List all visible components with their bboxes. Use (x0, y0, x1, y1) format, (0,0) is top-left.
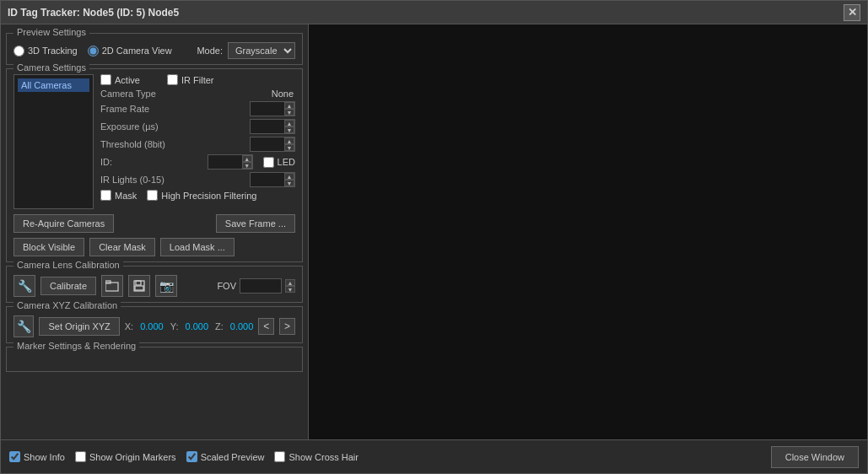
threshold-up[interactable]: ▲ (284, 137, 294, 144)
mode-select[interactable]: Grayscale Color Infrared (228, 42, 295, 59)
camera-type-row: Camera Type None (100, 89, 295, 99)
mask-hpf-row: Mask High Precision Filtering (100, 190, 295, 201)
exposure-arrows: ▲ ▼ (284, 120, 294, 133)
id-input[interactable]: 10 (208, 156, 242, 168)
camera-btn-row-2: Block Visible Clear Mask Load Mask ... (13, 238, 295, 256)
show-cross-hair-label: Show Cross Hair (288, 452, 359, 462)
lens-save-button[interactable] (128, 275, 150, 297)
threshold-spinbox[interactable]: 255 ▲ ▼ (250, 137, 295, 152)
exposure-spinbox[interactable]: 10 ▲ ▼ (250, 119, 295, 134)
fov-down[interactable]: ▼ (285, 286, 295, 293)
close-window-button[interactable]: Close Window (771, 446, 859, 468)
mask-label: Mask (115, 191, 137, 201)
active-checkbox[interactable] (100, 74, 111, 85)
ir-lights-input[interactable]: 0 (251, 174, 284, 186)
camera-settings-inner: All Cameras Active IR Filter (13, 74, 295, 209)
lens-camera-button[interactable]: 📷 (155, 275, 177, 297)
lens-calibration-label: Camera Lens Calibration (13, 260, 123, 270)
show-info-checkbox[interactable] (9, 451, 20, 462)
id-spinbox[interactable]: 10 ▲ ▼ (208, 154, 253, 170)
clear-mask-button[interactable]: Clear Mask (89, 238, 155, 256)
hpf-checkbox-label[interactable]: High Precision Filtering (147, 190, 256, 201)
load-mask-button[interactable]: Load Mask ... (160, 238, 235, 256)
id-up[interactable]: ▲ (242, 155, 252, 162)
lens-wrench-button[interactable]: 🔧 (13, 275, 35, 297)
camera-list-item-all[interactable]: All Cameras (18, 78, 89, 92)
xyz-coords: X: 0.000 Y: 0.000 Z: 0.000 (125, 321, 254, 331)
radio-3d-label: 3D Tracking (28, 46, 78, 56)
exposure-label: Exposure (µs) (100, 121, 185, 132)
xyz-wrench-button[interactable]: 🔧 (13, 315, 34, 337)
show-cross-hair-checkbox[interactable] (274, 451, 285, 462)
window-close-button[interactable]: ✕ (844, 4, 860, 21)
led-checkbox[interactable] (263, 157, 274, 168)
fov-up[interactable]: ▲ (285, 279, 295, 286)
xyz-prev-button[interactable]: < (258, 318, 274, 335)
threshold-down[interactable]: ▼ (284, 144, 294, 151)
svg-rect-4 (135, 286, 143, 290)
irfilter-checkbox[interactable] (167, 74, 178, 85)
frame-rate-row: Frame Rate 10 ▲ ▼ (100, 101, 295, 116)
frame-rate-input[interactable]: 10 (251, 103, 284, 115)
xyz-next-button[interactable]: > (279, 318, 295, 335)
ir-lights-row: IR Lights (0-15) 0 ▲ ▼ (100, 172, 295, 187)
show-origin-markers-label: Show Origin Markers (89, 452, 176, 462)
save-frame-button[interactable]: Save Frame ... (216, 214, 295, 233)
frame-rate-down[interactable]: ▼ (284, 109, 294, 116)
mask-checkbox-label[interactable]: Mask (100, 190, 137, 201)
ir-lights-spinbox[interactable]: 0 ▲ ▼ (250, 172, 295, 187)
set-origin-xyz-button[interactable]: Set Origin XYZ (39, 317, 119, 336)
hpf-checkbox[interactable] (147, 190, 158, 201)
threshold-arrows: ▲ ▼ (284, 137, 294, 151)
mask-checkbox[interactable] (100, 190, 111, 201)
scaled-preview-label: Scaled Preview (201, 452, 265, 462)
active-irfilter-row: Active IR Filter (100, 74, 295, 85)
mode-group: Mode: Grayscale Color Infrared (197, 42, 295, 59)
id-down[interactable]: ▼ (242, 162, 252, 169)
window-title: ID Tag Tracker: Node5 (ID: 5) Node5 (8, 7, 179, 19)
ir-lights-down[interactable]: ▼ (284, 180, 294, 186)
show-origin-markers-checkbox[interactable] (75, 451, 86, 462)
radio-2d-camera[interactable]: 2D Camera View (88, 46, 172, 57)
left-panel: Preview Settings 3D Tracking 2D Camera V… (1, 24, 309, 439)
preview-mode-group: 3D Tracking 2D Camera View Mode: Graysca… (13, 42, 295, 59)
camera-props: Active IR Filter Camera Type None (100, 74, 295, 209)
fov-arrows: ▲ ▼ (285, 279, 295, 293)
show-info-check-label[interactable]: Show Info (9, 451, 65, 462)
exposure-input[interactable]: 10 (251, 121, 284, 132)
camera-btn-row-1: Re-Aquire Cameras Save Frame ... (13, 214, 295, 233)
show-origin-markers-check-label[interactable]: Show Origin Markers (75, 451, 176, 462)
ir-lights-up[interactable]: ▲ (284, 173, 294, 180)
marker-settings-group: Marker Settings & Rendering (6, 347, 303, 372)
frame-rate-arrows: ▲ ▼ (284, 102, 294, 116)
threshold-input[interactable]: 255 (251, 138, 284, 150)
id-row: ID: 10 ▲ ▼ LED (100, 154, 295, 170)
irfilter-checkbox-label[interactable]: IR Filter (167, 74, 214, 85)
radio-2d-label: 2D Camera View (102, 46, 172, 56)
block-visible-button[interactable]: Block Visible (13, 238, 84, 256)
frame-rate-spinbox[interactable]: 10 ▲ ▼ (250, 101, 295, 116)
active-checkbox-label[interactable]: Active (100, 74, 140, 85)
led-checkbox-label[interactable]: LED (263, 157, 295, 168)
calibrate-button[interactable]: Calibrate (40, 277, 96, 295)
scaled-preview-check-label[interactable]: Scaled Preview (186, 451, 265, 462)
main-content: Preview Settings 3D Tracking 2D Camera V… (1, 24, 867, 439)
preview-settings-group: Preview Settings 3D Tracking 2D Camera V… (6, 33, 303, 65)
radio-3d-input[interactable] (13, 46, 24, 57)
lens-inner: 🔧 Calibrate 📷 FOV 10.00 ▲ ▼ (13, 275, 295, 297)
xyz-inner: 🔧 Set Origin XYZ X: 0.000 Y: 0.000 Z: 0.… (13, 315, 295, 337)
fov-input[interactable]: 10.00 (240, 278, 282, 294)
exposure-up[interactable]: ▲ (284, 120, 294, 127)
threshold-label: Threshold (8bit) (100, 139, 185, 149)
id-label: ID: (100, 157, 185, 167)
exposure-down[interactable]: ▼ (284, 127, 294, 133)
scaled-preview-checkbox[interactable] (186, 451, 197, 462)
camera-list[interactable]: All Cameras (13, 74, 94, 209)
lens-folder-button[interactable] (101, 275, 123, 297)
show-cross-hair-check-label[interactable]: Show Cross Hair (274, 451, 359, 462)
reacquire-cameras-button[interactable]: Re-Aquire Cameras (13, 214, 114, 233)
radio-2d-input[interactable] (88, 46, 99, 57)
frame-rate-up[interactable]: ▲ (284, 102, 294, 109)
y-value: 0.000 (186, 321, 209, 331)
radio-3d-tracking[interactable]: 3D Tracking (13, 46, 78, 57)
